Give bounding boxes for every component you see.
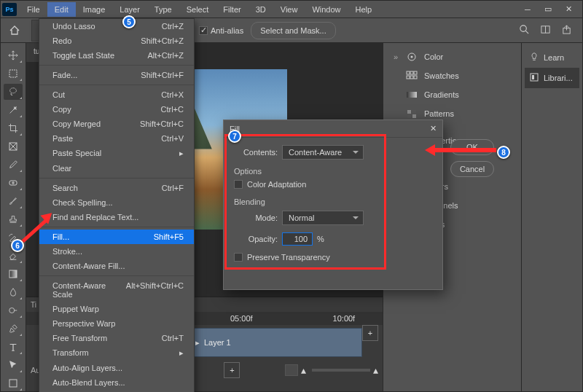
fill-dialog: Fill✕ Contents:Content-Aware Options Col… [223,119,443,290]
move-tool[interactable] [4,47,23,63]
marquee-tool[interactable] [4,66,23,82]
menu-item-content-aware-scale[interactable]: Content-Aware ScaleAlt+Shift+Ctrl+C [39,278,194,302]
opacity-input[interactable]: 100 [282,232,313,246]
swatches-panel[interactable]: Swatches [386,66,518,85]
menu-item-paste[interactable]: PasteCtrl+V [39,131,194,146]
menu-item-cut[interactable]: CutCtrl+X [39,87,194,102]
menu-item-auto-blend-layers: Auto-Blend Layers... [39,375,194,390]
color-adaptation-checkbox[interactable] [234,180,243,189]
search-icon[interactable] [519,24,530,36]
menu-item-toggle-last-state[interactable]: Toggle Last StateAlt+Ctrl+Z [39,48,194,63]
menu-help[interactable]: Help [348,2,380,17]
heal-tool[interactable] [4,175,23,191]
gradients-panel[interactable]: Gradients [386,85,518,104]
menu-item-fill[interactable]: Fill...Shift+F5 [39,230,194,244]
patterns-icon [405,108,418,119]
menu-window[interactable]: Window [305,2,348,17]
menu-file[interactable]: File [20,2,47,17]
menu-item-transform[interactable]: Transform▸ [39,345,194,361]
workspace-icon[interactable] [540,24,551,36]
svg-rect-29 [412,114,416,118]
svg-rect-19 [407,71,410,74]
contents-select[interactable]: Content-Aware [282,145,364,160]
blur-tool[interactable] [4,284,23,300]
svg-line-1 [525,31,528,34]
wand-tool[interactable] [4,102,23,118]
close-button[interactable]: ✕ [563,4,574,15]
menu-item-search[interactable]: SearchCtrl+F [39,181,194,195]
home-icon[interactable] [7,23,23,39]
timeline-options-icon[interactable] [285,364,298,376]
brush-tool[interactable] [4,193,23,209]
timeline-zoom-slider[interactable] [312,369,370,372]
marker-6: 6 [11,239,24,252]
menu-item-check-spelling[interactable]: Check Spelling... [39,195,194,210]
menu-item-copy[interactable]: CopyCtrl+C [39,102,194,117]
menu-layer[interactable]: Layer [112,2,147,17]
toolbox [1,43,26,391]
dialog-close-icon[interactable]: ✕ [430,124,437,133]
edit-menu-dropdown: Undo LassoCtrl+ZRedoShift+Ctrl+ZToggle L… [39,18,195,392]
crop-tool[interactable] [4,120,23,136]
svg-rect-24 [414,76,417,79]
shape-tool[interactable] [4,375,23,391]
mode-select[interactable]: Normal [282,211,364,225]
menu-item-stroke[interactable]: Stroke... [39,244,194,259]
maximize-button[interactable]: ▭ [543,4,553,15]
bulb-icon [529,52,539,63]
menu-edit[interactable]: Edit [47,2,76,17]
svg-rect-13 [9,270,17,278]
cancel-button[interactable]: Cancel [450,161,494,177]
add-audio-button[interactable]: + [224,362,240,378]
svg-rect-23 [410,76,413,79]
path-select-tool[interactable] [4,357,23,373]
menu-item-copy-merged[interactable]: Copy MergedShift+Ctrl+C [39,117,194,131]
clip-label: Layer 1 [204,338,231,347]
dodge-tool[interactable] [4,302,23,318]
eyedropper-tool[interactable] [4,157,23,173]
menu-3d[interactable]: 3D [249,2,273,17]
menu-item-puppet-warp[interactable]: Puppet Warp [39,302,194,316]
type-tool[interactable] [4,339,23,355]
menu-item-perspective-warp[interactable]: Perspective Warp [39,316,194,331]
menu-item-auto-align-layers: Auto-Align Layers... [39,361,194,375]
svg-rect-27 [412,110,416,114]
menu-view[interactable]: View [273,2,305,17]
ok-button[interactable]: OK [450,139,494,155]
svg-rect-22 [407,76,410,79]
select-and-mask-button[interactable]: Select and Mask... [251,22,336,39]
options-section-label: Options [234,167,432,176]
frame-tool[interactable] [4,138,23,154]
svg-rect-26 [407,110,411,114]
swatches-icon [405,70,418,82]
svg-point-18 [411,56,413,58]
lasso-tool[interactable] [4,84,23,100]
svg-rect-16 [9,380,17,387]
menu-item-undo-lasso[interactable]: Undo LassoCtrl+Z [39,19,194,34]
pen-tool[interactable] [4,321,23,337]
svg-rect-39 [532,75,534,79]
preserve-transparency-checkbox[interactable] [234,253,243,262]
contents-label: Contents: [234,148,278,157]
stamp-tool[interactable] [4,211,23,227]
menu-item-free-transform[interactable]: Free TransformCtrl+T [39,331,194,345]
learn-panel[interactable]: Learn [525,47,579,68]
zoom-in-icon[interactable]: ▴ [373,364,378,376]
menu-type[interactable]: Type [147,2,179,17]
menu-image[interactable]: Image [76,2,113,17]
share-icon[interactable] [561,24,572,36]
color-panel[interactable]: »Color [386,47,518,66]
zoom-out-icon[interactable]: ▴ [301,364,306,376]
menu-item-content-aware-fill[interactable]: Content-Aware Fill... [39,259,194,273]
menu-item-find-and-replace-text[interactable]: Find and Replace Text... [39,210,194,224]
add-track-button[interactable]: + [362,325,378,341]
menu-item-paste-special[interactable]: Paste Special▸ [39,146,194,161]
svg-point-0 [520,26,526,31]
minimize-button[interactable]: ─ [523,4,533,15]
gradient-tool[interactable] [4,266,23,282]
menu-select[interactable]: Select [179,2,216,17]
antialias-checkbox[interactable]: ✓Anti-alias [199,26,243,35]
menu-filter[interactable]: Filter [216,2,248,17]
menu-item-clear[interactable]: Clear [39,161,194,176]
libraries-panel[interactable]: Librari... [525,68,579,88]
